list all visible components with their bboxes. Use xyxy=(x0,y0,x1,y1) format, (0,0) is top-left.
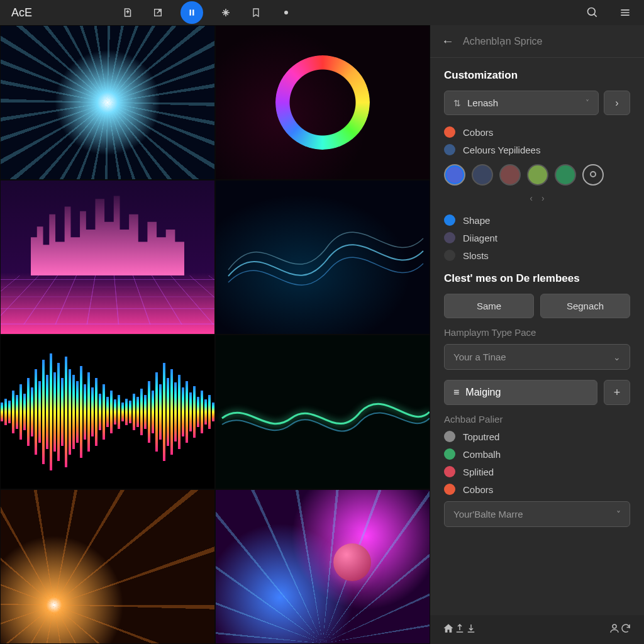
template-lightrays[interactable] xyxy=(0,489,215,644)
bottom-nav xyxy=(430,615,644,644)
template-wave2[interactable] xyxy=(215,335,430,489)
balte-placeholder: Your'Balte Marre xyxy=(453,509,523,519)
chevron-left-icon[interactable]: ‹ xyxy=(530,193,533,203)
sparkle-icon[interactable] xyxy=(218,5,233,20)
chevron-down-icon: ⌄ xyxy=(613,352,621,362)
template-city[interactable] xyxy=(0,180,215,335)
achbad-label: Achbad Palier xyxy=(444,414,630,425)
lenash-dropdown-row: ⇅ Lenash ˅ › xyxy=(444,91,630,115)
new-window-icon[interactable] xyxy=(150,5,165,20)
bookmark-icon[interactable] xyxy=(248,5,264,20)
breadcrumb: ← Achenblạn Sprice xyxy=(430,25,644,58)
balte-select[interactable]: Your'Balte Marre ˅ xyxy=(444,501,630,527)
clest-title: Clest' mes on De rlembees xyxy=(444,272,630,285)
lenash-dropdown[interactable]: ⇅ Lenash ˅ xyxy=(444,91,599,115)
svg-rect-1 xyxy=(190,9,191,15)
template-gallery xyxy=(0,25,430,644)
filter-icon: ⇅ xyxy=(453,98,461,108)
search-icon[interactable] xyxy=(585,5,600,20)
template-wave[interactable] xyxy=(215,180,430,335)
template-cosmic[interactable] xyxy=(215,489,430,644)
chevron-right-icon[interactable]: › xyxy=(541,193,545,203)
template-spectrum[interactable] xyxy=(0,335,215,489)
download-icon[interactable] xyxy=(465,623,477,637)
type-placeholder: Your a Tinae xyxy=(453,352,506,362)
top-bar: AcE Avee Playirs i xyxy=(0,0,644,25)
opt-combalh[interactable]: Combalh xyxy=(444,448,630,460)
clest-buttons: Same Segnach xyxy=(444,294,630,318)
maging-button[interactable]: ≡ Maiging xyxy=(444,380,597,405)
opt-diagent[interactable]: Diiagent xyxy=(444,232,630,243)
home-icon[interactable] xyxy=(443,623,454,637)
swatch-pager: ‹› xyxy=(444,193,630,203)
opt-toputred[interactable]: Toputred xyxy=(444,431,630,442)
color-swatch-3[interactable] xyxy=(527,164,548,186)
dot-icon[interactable] xyxy=(279,5,294,20)
opt-cobors2[interactable]: Cobors xyxy=(444,484,630,495)
opt-slosts[interactable]: Slosts xyxy=(444,250,630,261)
template-starburst[interactable] xyxy=(0,25,215,180)
color-swatches xyxy=(444,164,630,186)
segnach-button[interactable]: Segnach xyxy=(540,294,630,318)
color-swatch-0[interactable] xyxy=(444,164,465,186)
chevron-down-icon: ˅ xyxy=(616,509,621,519)
list-icon: ≡ xyxy=(453,387,459,398)
template-rainbow-ring[interactable] xyxy=(215,25,430,180)
top-icons-right xyxy=(585,5,633,20)
go-button[interactable]: › xyxy=(604,91,630,115)
lenash-label: Lenash xyxy=(467,97,498,108)
opt-splitied[interactable]: Splitied xyxy=(444,466,630,477)
add-button[interactable]: + xyxy=(604,380,630,405)
color-swatch-4[interactable] xyxy=(555,164,576,186)
top-icons-left xyxy=(120,1,294,24)
refresh-icon[interactable] xyxy=(620,623,631,637)
pause-button[interactable] xyxy=(180,1,203,24)
user-icon[interactable] xyxy=(609,623,620,637)
export-icon[interactable] xyxy=(120,5,135,20)
type-select[interactable]: Your a Tinae ⌄ xyxy=(444,344,630,370)
menu-icon[interactable] xyxy=(618,5,633,20)
sidebar-content: Customization ⇅ Lenash ˅ › Cobors Celour… xyxy=(430,58,644,615)
svg-point-4 xyxy=(588,8,596,16)
opt-yepilidees[interactable]: Celours Yepilidees xyxy=(444,144,630,155)
sidebar-panel: ← Achenblạn Sprice Customization ⇅ Lenas… xyxy=(430,25,644,644)
color-swatch-2[interactable] xyxy=(499,164,521,186)
svg-rect-2 xyxy=(192,9,194,15)
maging-row: ≡ Maiging + xyxy=(444,380,630,405)
opt-cobors[interactable]: Cobors xyxy=(444,126,630,138)
app-logo: AcE xyxy=(11,6,32,19)
color-swatch-5[interactable] xyxy=(582,164,604,186)
opt-shape[interactable]: Shape xyxy=(444,214,630,226)
svg-point-3 xyxy=(284,11,288,14)
maging-label: Maiging xyxy=(465,387,501,398)
upload-icon[interactable] xyxy=(454,623,465,637)
hamplaym-label: Hamplaym Type Pace xyxy=(444,327,630,338)
main-content: ← Achenblạn Sprice Customization ⇅ Lenas… xyxy=(0,25,644,644)
chevron-down-icon: ˅ xyxy=(586,99,589,108)
back-arrow-icon[interactable]: ← xyxy=(441,34,454,48)
same-button[interactable]: Same xyxy=(444,294,534,318)
color-swatch-1[interactable] xyxy=(472,164,493,186)
breadcrumb-text: Achenblạn Sprice xyxy=(463,35,543,47)
svg-point-5 xyxy=(613,625,616,628)
customization-title: Customization xyxy=(444,69,630,82)
